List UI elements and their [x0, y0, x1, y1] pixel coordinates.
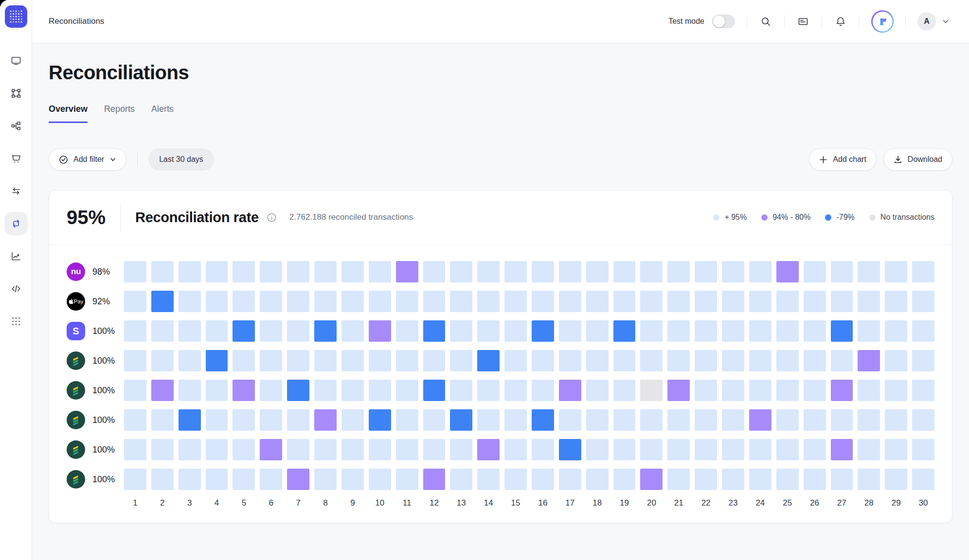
heatmap-cell[interactable]: [858, 291, 880, 312]
sidebar-item-reconciliations[interactable]: [4, 212, 28, 235]
heatmap-cell[interactable]: [423, 291, 446, 312]
heatmap-cell[interactable]: [396, 380, 418, 401]
heatmap-cell[interactable]: [396, 320, 418, 342]
heatmap-cell[interactable]: [640, 439, 663, 460]
add-filter-button[interactable]: Add filter: [49, 148, 126, 171]
heatmap-cell[interactable]: [450, 320, 472, 342]
heatmap-cell[interactable]: [722, 320, 744, 342]
heatmap-cell[interactable]: [233, 261, 255, 282]
heatmap-cell[interactable]: [206, 291, 228, 312]
heatmap-cell[interactable]: [912, 409, 934, 431]
heatmap-cell[interactable]: [341, 350, 364, 371]
heatmap-cell[interactable]: [559, 291, 581, 312]
heatmap-cell[interactable]: [804, 350, 826, 371]
heatmap-cell[interactable]: [532, 291, 554, 312]
heatmap-cell[interactable]: [695, 291, 717, 312]
heatmap-cell[interactable]: [695, 320, 717, 342]
heatmap-cell[interactable]: [179, 469, 201, 490]
heatmap-cell[interactable]: [667, 380, 690, 401]
heatmap-cell[interactable]: [885, 469, 907, 490]
heatmap-cell[interactable]: [559, 439, 581, 460]
heatmap-cell[interactable]: [504, 439, 527, 460]
heatmap-cell[interactable]: [206, 469, 228, 490]
heatmap-cell[interactable]: [504, 469, 527, 490]
heatmap-cell[interactable]: [667, 439, 690, 460]
heatmap-cell[interactable]: [613, 291, 636, 312]
heatmap-cell[interactable]: [260, 261, 282, 282]
heatmap-cell[interactable]: [858, 439, 880, 460]
heatmap-cell[interactable]: [776, 469, 799, 490]
command-bar-icon[interactable]: [796, 15, 810, 28]
tab-overview[interactable]: Overview: [49, 104, 88, 123]
heatmap-cell[interactable]: [314, 439, 337, 460]
heatmap-cell[interactable]: [233, 291, 255, 312]
heatmap-cell[interactable]: [504, 380, 527, 401]
heatmap-cell[interactable]: [151, 409, 174, 431]
heatmap-cell[interactable]: [423, 439, 446, 460]
heatmap-cell[interactable]: [477, 439, 500, 460]
heatmap-cell[interactable]: [749, 380, 772, 401]
heatmap-cell[interactable]: [179, 350, 201, 371]
sidebar-item-apps[interactable]: [4, 310, 28, 333]
heatmap-cell[interactable]: [369, 469, 391, 490]
heatmap-cell[interactable]: [314, 380, 337, 401]
heatmap-cell[interactable]: [233, 409, 255, 431]
heatmap-cell[interactable]: [260, 469, 282, 490]
heatmap-cell[interactable]: [722, 261, 744, 282]
heatmap-cell[interactable]: [124, 409, 146, 431]
heatmap-cell[interactable]: [314, 350, 337, 371]
heatmap-cell[interactable]: [369, 439, 391, 460]
heatmap-cell[interactable]: [885, 380, 907, 401]
heatmap-cell[interactable]: [695, 409, 717, 431]
heatmap-cell[interactable]: [124, 439, 146, 460]
heatmap-cell[interactable]: [423, 409, 446, 431]
heatmap-cell[interactable]: [559, 380, 581, 401]
heatmap-cell[interactable]: [586, 409, 609, 431]
heatmap-cell[interactable]: [831, 320, 853, 342]
heatmap-cell[interactable]: [504, 291, 527, 312]
heatmap-cell[interactable]: [722, 350, 744, 371]
heatmap-cell[interactable]: [450, 469, 472, 490]
heatmap-cell[interactable]: [396, 469, 418, 490]
heatmap-cell[interactable]: [179, 409, 201, 431]
heatmap-cell[interactable]: [749, 291, 772, 312]
heatmap-cell[interactable]: [858, 350, 880, 371]
heatmap-cell[interactable]: [233, 320, 255, 342]
heatmap-cell[interactable]: [124, 320, 146, 342]
heatmap-cell[interactable]: [504, 409, 527, 431]
heatmap-cell[interactable]: [858, 409, 880, 431]
heatmap-cell[interactable]: [314, 409, 337, 431]
heatmap-cell[interactable]: [151, 291, 174, 312]
heatmap-cell[interactable]: [912, 350, 934, 371]
heatmap-cell[interactable]: [722, 409, 744, 431]
heatmap-cell[interactable]: [477, 380, 500, 401]
heatmap-cell[interactable]: [477, 291, 500, 312]
heatmap-cell[interactable]: [287, 439, 309, 460]
heatmap-cell[interactable]: [341, 261, 364, 282]
heatmap-cell[interactable]: [179, 439, 201, 460]
heatmap-cell[interactable]: [613, 469, 636, 490]
heatmap-cell[interactable]: [124, 380, 146, 401]
heatmap-cell[interactable]: [613, 380, 636, 401]
heatmap-cell[interactable]: [831, 469, 853, 490]
heatmap-cell[interactable]: [423, 261, 446, 282]
heatmap-cell[interactable]: [179, 380, 201, 401]
heatmap-cell[interactable]: [341, 469, 364, 490]
heatmap-cell[interactable]: [885, 409, 907, 431]
heatmap-cell[interactable]: [287, 469, 309, 490]
heatmap-cell[interactable]: [260, 350, 282, 371]
heatmap-cell[interactable]: [831, 261, 853, 282]
tab-alerts[interactable]: Alerts: [151, 104, 174, 123]
heatmap-cell[interactable]: [804, 469, 826, 490]
heatmap-cell[interactable]: [858, 469, 880, 490]
heatmap-cell[interactable]: [450, 350, 472, 371]
heatmap-cell[interactable]: [206, 439, 228, 460]
heatmap-cell[interactable]: [776, 291, 799, 312]
heatmap-cell[interactable]: [532, 439, 554, 460]
heatmap-cell[interactable]: [885, 439, 907, 460]
heatmap-cell[interactable]: [640, 469, 663, 490]
heatmap-cell[interactable]: [640, 261, 663, 282]
heatmap-cell[interactable]: [586, 439, 609, 460]
heatmap-cell[interactable]: [287, 291, 309, 312]
heatmap-cell[interactable]: [613, 439, 636, 460]
